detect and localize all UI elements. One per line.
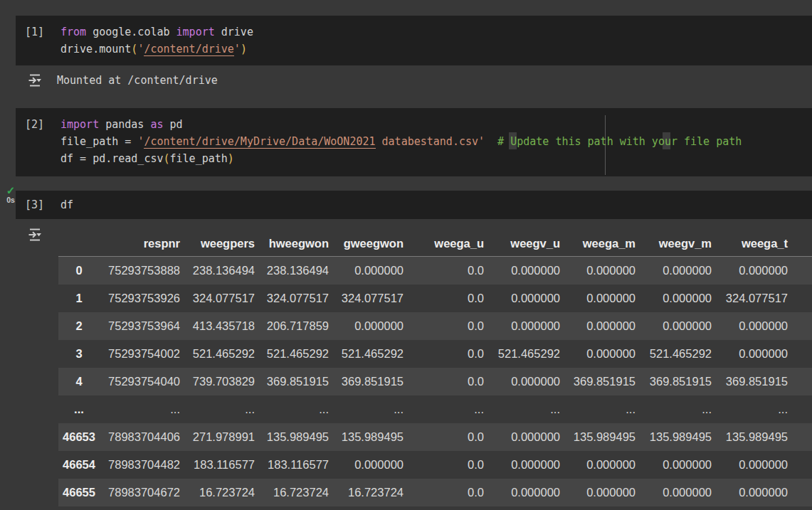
- column-header: respnr: [100, 231, 180, 256]
- code-token-strlink[interactable]: /content/drive: [144, 43, 233, 56]
- code-token-kw: import: [176, 26, 215, 38]
- table-cell: 0.000000: [484, 312, 560, 340]
- row-index: 3: [58, 340, 100, 368]
- table-cell: 369.851915: [712, 368, 788, 395]
- table-cell: 369.851915: [560, 368, 636, 395]
- table-cell: 0.000000: [560, 451, 636, 479]
- execution-count-3[interactable]: [3]: [25, 196, 44, 213]
- table-cell: 0.000000: [484, 423, 560, 451]
- table-cell: ...: [404, 395, 484, 423]
- table-cell: 0.000000: [712, 451, 788, 479]
- table-cell: 75293753926: [100, 285, 180, 312]
- code-token-comment: # Update this path with your file path: [497, 135, 742, 148]
- table-cell: 413.435718: [180, 312, 255, 340]
- table-cell: 135.989495: [712, 423, 788, 451]
- execution-time: 0s: [1, 196, 20, 205]
- table-cell: 135.989495: [329, 423, 404, 451]
- code-line: drive.mount('/content/drive'): [60, 41, 253, 58]
- table-cell: 0.000000: [329, 257, 404, 285]
- code-token-paren: ): [228, 152, 234, 165]
- table-cell: 0.0: [404, 257, 484, 285]
- table-cell: 0.000000: [484, 257, 560, 285]
- column-header: weegv_m: [636, 231, 712, 256]
- table-cell: 78983704406: [100, 423, 180, 451]
- code-token-str: ': [234, 43, 241, 55]
- code-cell-1[interactable]: [1] from google.colab import drivedrive.…: [16, 16, 812, 65]
- table-row: ..............................: [58, 395, 812, 423]
- table-row: 075293753888238.136494238.1364940.000000…: [58, 257, 812, 285]
- code-line: file_path = '/content/drive/MyDrive/Data…: [60, 133, 742, 150]
- table-cell: ...: [484, 395, 560, 423]
- row-index: 4: [58, 368, 100, 395]
- table-row: 175293753926324.077517324.077517324.0775…: [58, 285, 812, 312]
- table-cell: 183.116577: [180, 451, 255, 479]
- code-editor-3[interactable]: df: [60, 196, 73, 213]
- table-cell: 16.723724: [329, 479, 404, 506]
- table-row: 375293754002521.465292521.465292521.4652…: [58, 340, 812, 368]
- column-header: weega_t: [712, 231, 788, 256]
- filler-cell: [788, 257, 812, 285]
- index-column-header: [58, 231, 100, 256]
- dataframe-header-row: respnrweegpershweegwongweegwonweega_uwee…: [58, 231, 812, 257]
- table-cell: 238.136494: [255, 257, 329, 285]
- code-token-plain: drive.mount: [60, 43, 131, 55]
- table-cell: 0.0: [404, 312, 484, 340]
- filler-cell: [788, 479, 812, 506]
- table-cell: 0.000000: [712, 312, 788, 340]
- table-cell: 0.000000: [560, 340, 636, 368]
- execution-count-2[interactable]: [2]: [25, 116, 44, 133]
- table-cell: 135.989495: [560, 423, 636, 451]
- code-token-strlink[interactable]: /content/drive/MyDrive/Data/WoON2021: [144, 135, 375, 149]
- code-token-plain: google.colab: [86, 26, 176, 38]
- code-token-plain: df: [60, 198, 73, 211]
- table-cell: ...: [712, 395, 788, 423]
- code-editor-2[interactable]: import pandas as pdfile_path = '/content…: [60, 116, 742, 167]
- cell-output-icon: [27, 228, 43, 245]
- table-cell: 75293754002: [100, 340, 180, 368]
- table-cell: 0.000000: [636, 479, 712, 506]
- dataframe-body: 075293753888238.136494238.1364940.000000…: [58, 257, 812, 506]
- table-row: 4665378983704406271.978991135.989495135.…: [58, 423, 812, 451]
- table-row: 466557898370467216.72372416.72372416.723…: [58, 479, 812, 506]
- code-token-kw: import: [60, 118, 99, 131]
- table-cell: 135.989495: [255, 423, 329, 451]
- code-cell-2[interactable]: [2] import pandas as pdfile_path = '/con…: [16, 108, 812, 176]
- table-cell: 369.851915: [636, 368, 712, 395]
- filler-cell: [788, 285, 812, 312]
- row-index: 46653: [58, 423, 100, 451]
- execution-count-1[interactable]: [1]: [25, 23, 44, 41]
- code-token-plain: file_path =: [60, 135, 137, 148]
- filler-cell: [788, 423, 812, 451]
- table-cell: 75293753964: [100, 312, 180, 340]
- table-cell: 0.000000: [560, 479, 636, 506]
- column-header: weegv_u: [484, 231, 560, 256]
- table-cell: ...: [636, 395, 712, 423]
- table-row: 275293753964413.435718206.7178590.000000…: [58, 312, 812, 340]
- table-cell: 0.000000: [560, 257, 636, 285]
- code-cell-3[interactable]: [3] df: [16, 191, 812, 219]
- table-cell: 0.000000: [636, 451, 712, 479]
- code-line: import pandas as pd: [60, 116, 742, 133]
- column-header: weega_m: [560, 231, 636, 256]
- code-token-plain: drive: [215, 26, 253, 38]
- table-cell: 521.465292: [484, 340, 560, 368]
- code-token-kw: from: [60, 26, 86, 38]
- table-cell: 0.000000: [636, 257, 712, 285]
- table-cell: 324.077517: [255, 285, 329, 312]
- table-cell: 521.465292: [329, 340, 404, 368]
- table-cell: 0.000000: [636, 312, 712, 340]
- code-token-plain: df = pd.read_csv: [60, 152, 164, 165]
- table-row: 475293754040739.703829369.851915369.8519…: [58, 368, 812, 395]
- table-cell: ...: [560, 395, 636, 423]
- row-index: 1: [58, 285, 100, 312]
- cell-output-icon: [27, 73, 43, 90]
- table-cell: 0.0: [404, 423, 484, 451]
- table-cell: 16.723724: [180, 479, 255, 506]
- row-index: 2: [58, 312, 100, 340]
- code-editor-1[interactable]: from google.colab import drivedrive.moun…: [60, 23, 253, 58]
- filler-cell: [788, 312, 812, 340]
- column-header: gweegwon: [329, 231, 404, 256]
- table-cell: 0.000000: [560, 312, 636, 340]
- table-cell: 521.465292: [180, 340, 255, 368]
- table-cell: 0.000000: [712, 479, 788, 506]
